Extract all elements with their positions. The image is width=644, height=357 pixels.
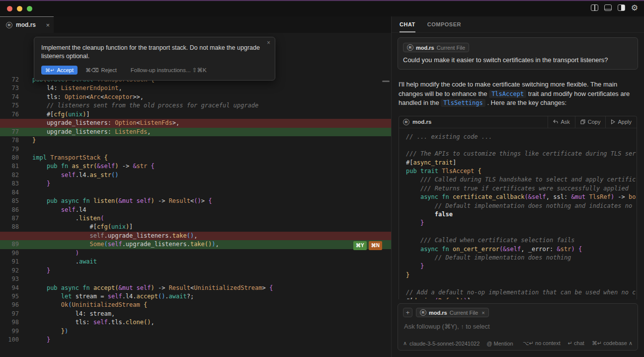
toggle-panel-icon[interactable] — [604, 4, 612, 11]
line-number: 79 — [0, 145, 19, 154]
user-message: R mod.rs Current File Could you make it … — [398, 37, 638, 70]
chat-panel-tabs: CHAT COMPOSER — [392, 16, 644, 33]
add-context-button[interactable]: + — [403, 308, 412, 317]
code-line: /// Called during TLS handshake to selec… — [406, 176, 637, 184]
code-line: 87 .listen( — [0, 214, 391, 223]
code-line: async fn certificate_callback(&self, ssl… — [406, 193, 637, 201]
line-number: 88 — [0, 223, 19, 231]
code-line: 91 .await — [0, 258, 391, 266]
code-line: 97 l4: stream, — [0, 310, 391, 318]
code-line: false — [406, 210, 637, 219]
editor-scrollbar-thumb[interactable] — [382, 81, 390, 82]
code-line: 90 ) — [0, 249, 391, 258]
code-block-filename: R mod.rs — [403, 116, 431, 128]
model-selector[interactable]: ∧ claude-3-5-sonnet-20241022 — [403, 340, 480, 347]
line-number: 72 — [0, 76, 19, 84]
line-number: 87 — [0, 214, 19, 223]
code-line: pub trait TlsAccept { — [406, 167, 637, 176]
editor-pane: R mod.rs × 72pub(crate) struct Transport… — [0, 16, 392, 357]
inline-ai-prompt: × Implement the cleanup function for the… — [34, 37, 275, 81]
followup-instructions[interactable]: Follow-up instructions... ⇧⌘K — [131, 67, 207, 74]
code-line: } — [406, 219, 637, 227]
code-line: 100 } — [0, 336, 391, 344]
at-icon: @ — [486, 341, 492, 347]
prompt-close-icon[interactable]: × — [267, 39, 270, 46]
chat-submit-hint[interactable]: ↵ chat — [568, 340, 584, 347]
line-number: 97 — [0, 310, 19, 318]
line-number — [0, 232, 19, 240]
reject-kbd: ⌘⌫ — [85, 67, 99, 74]
tab-chat[interactable]: CHAT — [400, 16, 415, 32]
play-icon — [611, 119, 615, 124]
line-number: 99 — [0, 327, 19, 336]
ask-button[interactable]: Ask — [548, 116, 574, 128]
codebase-submit-hint[interactable]: ⌘↵ codebase ∧ — [592, 340, 633, 347]
line-number: 95 — [0, 292, 19, 301]
line-number: 96 — [0, 301, 19, 309]
code-block-content: // ... existing code .../// The APIs to … — [399, 128, 637, 300]
split-editor-icon[interactable] — [591, 4, 598, 11]
accept-button[interactable]: ⌘↵ Accept — [41, 66, 78, 75]
rust-file-icon: R — [6, 22, 12, 28]
tab-mod-rs[interactable]: R mod.rs × — [0, 16, 54, 33]
code-line — [406, 141, 637, 150]
line-number: 74 — [0, 93, 19, 101]
code-line: 78} — [0, 136, 391, 145]
line-number: 76 — [0, 110, 19, 119]
code-line: // ... existing code ... — [406, 133, 637, 141]
current-file-badge: Current File — [450, 310, 478, 316]
chevron-up-icon: ∧ — [403, 340, 407, 347]
line-number — [0, 119, 19, 127]
line-number: 91 — [0, 258, 19, 266]
apply-button[interactable]: Apply — [605, 116, 637, 128]
input-context-file-chip[interactable]: R mod.rs Current File × — [416, 308, 489, 317]
zoom-window-button[interactable] — [27, 6, 32, 11]
code-line: #[derive(Default)] — [406, 297, 637, 299]
mention-button[interactable]: @ Mention — [486, 341, 513, 347]
no-context-hint[interactable]: ⌥↵ no context — [523, 340, 561, 347]
code-line: 81 pub fn as_str(&self) -> &str { — [0, 162, 391, 171]
code-line: 75 // listeners sent from the old proces… — [0, 101, 391, 110]
tab-title: mod.rs — [16, 21, 42, 28]
toggle-right-sidebar-icon[interactable] — [618, 4, 625, 11]
settings-gear-icon[interactable]: ⚙ — [631, 4, 638, 11]
line-number: 85 — [0, 197, 19, 205]
current-file-badge: Current File — [437, 45, 465, 51]
code-line: 93 — [0, 275, 391, 283]
code-line: self.upgrade_listeners.take(), — [0, 232, 391, 240]
tab-composer[interactable]: COMPOSER — [427, 16, 461, 32]
code-line: 84 — [0, 188, 391, 197]
code-line: #[async_trait] — [406, 159, 637, 167]
line-number: 98 — [0, 318, 19, 327]
code-line: } — [406, 271, 637, 279]
line-number: 89 — [0, 240, 19, 249]
line-number: 77 — [0, 128, 19, 136]
copy-icon — [580, 119, 585, 124]
code-line: // Default implementation does nothing — [406, 254, 637, 262]
minimize-window-button[interactable] — [17, 6, 22, 11]
line-number: 82 — [0, 171, 19, 179]
code-editor[interactable]: 72pub(crate) struct TransportStack {73 l… — [0, 33, 391, 357]
chat-input-card: + R mod.rs Current File × Ask followup (… — [398, 303, 638, 351]
code-line: 89 Some(self.upgrade_listeners.take()),⌘… — [0, 240, 391, 249]
app-window: ⚙ R mod.rs × 72pub(crate) struct Transpo… — [0, 0, 644, 357]
close-window-button[interactable] — [7, 6, 12, 11]
line-number: 80 — [0, 154, 19, 162]
code-line: // Add a default no-op implementation th… — [406, 288, 637, 297]
code-line: /// The APIs to customize things like ce… — [406, 150, 637, 158]
code-line: // Default implementation does nothing a… — [406, 202, 637, 210]
editor-tabbar: R mod.rs × — [0, 16, 391, 33]
context-file-chip[interactable]: R mod.rs Current File — [403, 43, 469, 52]
rust-file-icon: R — [420, 309, 426, 316]
code-line: upgrade_listeners: Option<ListenFds>, — [0, 119, 391, 127]
reject-button[interactable]: ⌘⌫ Reject — [85, 67, 117, 74]
code-line: 77 upgrade_listeners: ListenFds, — [0, 128, 391, 136]
chat-code-block: R mod.rs Ask Copy — [399, 116, 637, 300]
rust-file-icon: R — [403, 119, 409, 125]
inline-code: TlsAccept — [489, 90, 526, 98]
tab-close-icon[interactable]: × — [46, 21, 50, 29]
accept-kbd: ⌘↵ — [45, 68, 54, 73]
copy-button[interactable]: Copy — [575, 116, 606, 128]
chat-input-placeholder[interactable]: Ask followup (⌘Y), ↑ to select — [404, 323, 633, 330]
chip-close-icon[interactable]: × — [482, 310, 484, 316]
